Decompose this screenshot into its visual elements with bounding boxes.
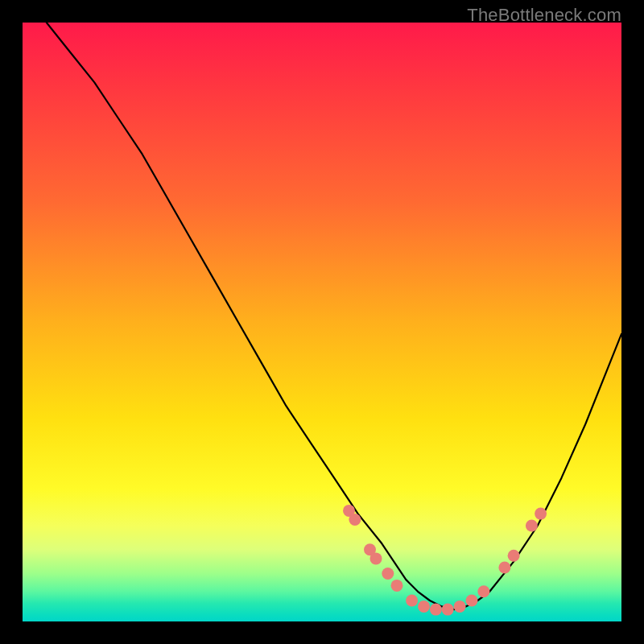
- data-point-p13: [477, 585, 489, 597]
- data-point-p8: [418, 601, 430, 613]
- data-point-p16: [526, 520, 538, 532]
- data-point-p12: [466, 595, 478, 607]
- data-point-p9: [430, 604, 442, 616]
- data-point-p5: [382, 568, 394, 580]
- data-points-group: [343, 505, 547, 616]
- data-point-p2: [349, 514, 361, 526]
- data-point-p11: [454, 601, 466, 613]
- data-point-p15: [508, 550, 520, 562]
- data-point-p14: [498, 562, 510, 574]
- data-point-p17: [535, 508, 547, 520]
- chart-frame: [23, 23, 621, 621]
- chart-svg: [23, 23, 621, 621]
- data-point-p6: [391, 580, 403, 592]
- data-point-p7: [406, 595, 418, 607]
- data-point-p10: [442, 604, 454, 616]
- attribution-text: TheBottleneck.com: [467, 5, 621, 26]
- data-point-p4: [370, 552, 382, 564]
